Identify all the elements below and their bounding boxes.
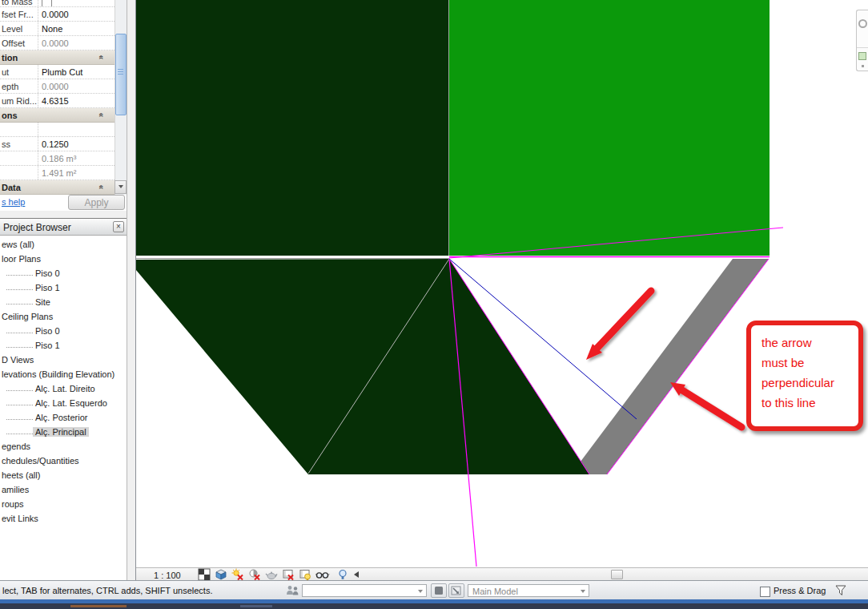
tree-item-site[interactable]: Site [0, 296, 127, 310]
property-row: ss 0.1250 [0, 137, 115, 151]
properties-scrollbar-down-button[interactable] [115, 180, 127, 194]
property-value: 0.0000 [38, 79, 115, 93]
nav-dot-icon [862, 65, 864, 67]
tree-item-ceiling-plans[interactable]: Ceiling Plans [0, 310, 127, 325]
property-row: Offset 0.0000 [0, 36, 115, 50]
left-dock-column: to Mass fset Fr... 0.0000 Level None Off… [0, 0, 136, 580]
property-label: fset Fr... [2, 10, 37, 19]
roof-panel-lower[interactable] [136, 259, 589, 474]
reveal-hidden-elements-icon[interactable] [336, 568, 351, 581]
properties-help-link[interactable]: s help [2, 197, 25, 207]
annotation-arrow-to-fascia [670, 382, 741, 427]
project-browser-tree: ews (all) loor Plans Piso 0 Piso 1 Site … [0, 236, 127, 580]
property-value: 1.491 m² [38, 166, 115, 179]
view-control-bar: 1 : 100 [136, 567, 868, 581]
tree-item-alc-lat-esquerdo[interactable]: Alç. Lat. Esquerdo [0, 397, 127, 411]
tree-connector-icon [6, 347, 33, 348]
tree-item-alc-posterior[interactable]: Alç. Posterior [0, 411, 127, 425]
project-browser-title: Project Browser [3, 222, 71, 233]
checkbox[interactable] [42, 0, 52, 7]
horizontal-scrollbar-thumb[interactable] [611, 570, 623, 579]
section-header-identity-data[interactable]: Data « [0, 180, 115, 195]
fascia-edge-magenta[interactable] [607, 259, 769, 474]
tree-item-3d-views[interactable]: D Views [0, 353, 127, 368]
property-value[interactable]: 0.1250 [38, 137, 115, 151]
tree-connector-icon [6, 289, 33, 290]
tree-item-revit-links[interactable]: evit Links [0, 512, 127, 526]
filter-icon[interactable] [835, 584, 847, 599]
property-value-cell[interactable] [38, 0, 115, 7]
section-header-dimensions[interactable]: ons « [0, 108, 115, 123]
panel-edge-divider [127, 0, 127, 580]
tree-item-piso0[interactable]: Piso 0 [0, 267, 127, 281]
shadows-icon[interactable] [248, 568, 263, 581]
property-value[interactable]: Plumb Cut [38, 65, 115, 79]
zoom-thumbnail-icon[interactable] [858, 52, 866, 60]
roof-panel-bright[interactable] [449, 0, 770, 256]
project-browser-titlebar[interactable]: Project Browser × [0, 218, 127, 236]
tree-item-alc-lat-direito[interactable]: Alç. Lat. Direito [0, 382, 127, 397]
worksets-dropdown[interactable] [302, 584, 427, 597]
property-row: to Mass [0, 0, 115, 7]
press-drag-checkbox[interactable] [760, 587, 770, 597]
worksets-icon[interactable] [285, 584, 301, 599]
properties-palette: to Mass fset Fr... 0.0000 Level None Off… [0, 0, 127, 211]
property-row: fset Fr... 0.0000 [0, 7, 115, 22]
property-value: 0.186 m³ [38, 151, 115, 165]
roof-panel-dark[interactable] [136, 0, 449, 256]
section-header-construction[interactable]: tion « [0, 50, 115, 65]
collapse-chevron-icon[interactable]: « [98, 185, 106, 190]
tree-item-piso1[interactable]: Piso 1 [0, 281, 127, 296]
property-row: Level None [0, 22, 115, 36]
apply-button[interactable]: Apply [68, 195, 125, 210]
show-rendering-icon[interactable] [265, 568, 279, 581]
taskbar-strip [0, 603, 868, 609]
temporary-hide-isolate-icon[interactable] [315, 568, 330, 581]
chevron-down-icon [418, 590, 423, 593]
show-crop-region-icon[interactable] [299, 568, 313, 581]
taskbar-item-sliver [240, 605, 272, 607]
drawing-area[interactable] [136, 0, 868, 567]
tree-item-elevations[interactable]: levations (Building Elevation) [0, 368, 127, 382]
tree-item-groups[interactable]: roups [0, 498, 127, 512]
scrollbar-grip-icon [118, 69, 123, 75]
property-value[interactable] [38, 123, 115, 136]
tree-item-legends[interactable]: egends [0, 440, 127, 454]
property-value[interactable]: 4.6315 [38, 94, 115, 107]
fascia-band[interactable] [571, 259, 769, 474]
tree-item-views-all[interactable]: ews (all) [0, 238, 127, 252]
property-value[interactable]: 0.0000 [38, 7, 115, 21]
visual-style-icon[interactable] [215, 568, 229, 581]
sun-path-icon[interactable] [231, 568, 246, 581]
tree-connector-icon [6, 275, 33, 276]
exclude-options-button[interactable] [448, 583, 464, 598]
status-bar: lect, TAB for alternates, CTRL adds, SHI… [0, 580, 868, 599]
tree-item-piso1-ceiling[interactable]: Piso 1 [0, 339, 127, 353]
scroll-left-arrow-icon[interactable] [354, 571, 359, 578]
property-row [0, 123, 115, 137]
design-options-dropdown[interactable]: Main Model [468, 584, 589, 597]
design-options-value: Main Model [472, 587, 518, 596]
crop-view-icon[interactable] [282, 568, 296, 581]
arrow-down-icon [119, 185, 123, 188]
tree-item-sheets[interactable]: heets (all) [0, 469, 127, 483]
property-label: Offset [2, 38, 37, 48]
tree-item-piso0-ceiling[interactable]: Piso 0 [0, 325, 127, 339]
tree-item-families[interactable]: amilies [0, 483, 127, 498]
taskbar-item-sliver [70, 605, 127, 607]
collapse-chevron-icon[interactable]: « [98, 113, 106, 118]
collapse-chevron-icon[interactable]: « [98, 55, 106, 60]
property-row: ut Plumb Cut [0, 65, 115, 79]
steering-wheel-icon[interactable] [858, 19, 867, 28]
section-label: tion [2, 53, 18, 63]
editable-only-button[interactable] [431, 583, 447, 598]
property-row: 1.491 m² [0, 166, 115, 180]
close-icon[interactable]: × [113, 221, 124, 232]
property-row: um Rid... 4.6315 [0, 94, 115, 108]
tree-item-floor-plans[interactable]: loor Plans [0, 252, 127, 267]
detail-level-icon[interactable] [198, 568, 212, 581]
view-scale-button[interactable]: 1 : 100 [154, 571, 181, 580]
tree-item-alc-principal-selected[interactable]: Alç. Principal [0, 425, 127, 440]
property-value[interactable]: None [38, 22, 115, 35]
tree-item-schedules[interactable]: chedules/Quantities [0, 454, 127, 469]
